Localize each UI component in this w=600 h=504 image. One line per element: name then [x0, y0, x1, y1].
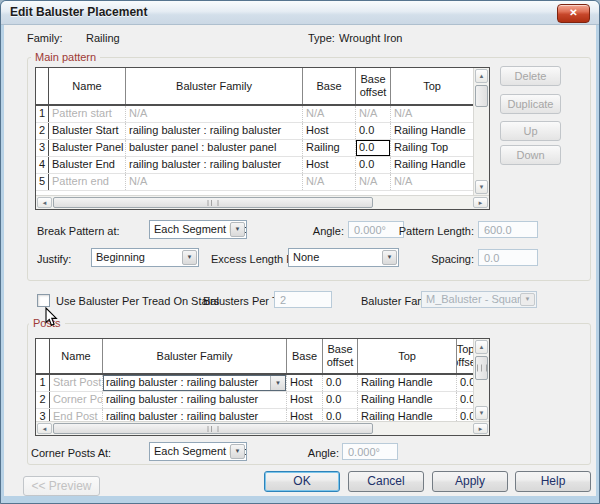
combo-value: railing baluster : railing baluster	[106, 376, 258, 388]
table-row[interactable]: 5 Pattern end N/A N/A N/A N/A	[36, 174, 489, 191]
justify-select[interactable]: Beginning ▼	[91, 248, 199, 267]
cell-base[interactable]: Host	[303, 157, 356, 173]
cell-base-offset[interactable]: 0.0	[356, 123, 391, 139]
table-row[interactable]: 1 Start Post railing baluster : railing …	[36, 375, 489, 392]
horizontal-scrollbar[interactable]: ◄ ►	[36, 195, 489, 209]
row-number[interactable]: 1	[36, 106, 49, 122]
cell-base[interactable]: Railing	[303, 140, 356, 156]
scroll-up-icon[interactable]: ▲	[475, 340, 488, 354]
main-pattern-table-header: Name Baluster Family Base Base offset To…	[36, 68, 489, 106]
horizontal-scrollbar[interactable]: ◄ ►	[36, 421, 489, 435]
ok-button[interactable]: OK	[264, 471, 340, 492]
cell-base[interactable]: N/A	[303, 174, 356, 190]
use-baluster-per-tread-checkbox[interactable]	[37, 294, 50, 307]
scroll-up-icon[interactable]: ▲	[475, 69, 488, 83]
cell-top[interactable]: N/A	[391, 106, 474, 122]
cell-base-offset[interactable]: N/A	[356, 106, 391, 122]
cell-name[interactable]: Baluster Start	[49, 123, 126, 139]
cell-baluster-family[interactable]: N/A	[126, 106, 303, 122]
chevron-down-icon[interactable]: ▼	[382, 250, 397, 265]
window-title: Edit Baluster Placement	[10, 5, 147, 19]
row-number[interactable]: 1	[36, 375, 50, 391]
duplicate-button[interactable]: Duplicate	[500, 94, 561, 114]
cell-top[interactable]: Railing Top	[391, 140, 474, 156]
row-number[interactable]: 4	[36, 157, 49, 173]
table-row[interactable]: 2 Baluster Start railing baluster : rail…	[36, 123, 489, 140]
scroll-down-icon[interactable]: ▼	[475, 406, 488, 420]
cell-baluster-family[interactable]: N/A	[126, 174, 303, 190]
cell-name[interactable]: Pattern end	[49, 174, 126, 190]
down-button[interactable]: Down	[500, 145, 561, 165]
chevron-down-icon[interactable]: ▼	[230, 222, 245, 237]
cell-top-offset[interactable]: 0.0	[457, 375, 474, 391]
chevron-down-icon[interactable]: ▼	[182, 250, 197, 265]
posts-table: Name Baluster Family Base Base offset To…	[35, 338, 490, 436]
column-header-base-offset: Base offset	[356, 68, 391, 104]
posts-angle-label: Angle:	[297, 447, 339, 459]
scroll-left-icon[interactable]: ◄	[37, 197, 52, 208]
justify-label: Justify:	[37, 253, 71, 265]
cell-name[interactable]: Baluster Panel	[49, 140, 126, 156]
table-row[interactable]: 3 Baluster Panel baluster panel : balust…	[36, 140, 489, 157]
scrollbar-thumb[interactable]	[53, 423, 373, 434]
delete-button[interactable]: Delete	[500, 66, 561, 86]
row-number[interactable]: 2	[36, 123, 49, 139]
scroll-down-icon[interactable]: ▼	[475, 180, 488, 194]
cell-name[interactable]: Pattern start	[49, 106, 126, 122]
scroll-right-icon[interactable]: ►	[473, 423, 488, 434]
column-header-top: Top	[391, 68, 474, 104]
cell-top[interactable]: N/A	[391, 174, 474, 190]
cell-name[interactable]: Start Post	[50, 375, 103, 391]
cell-base-offset[interactable]: 0.0	[356, 157, 391, 173]
scrollbar-thumb[interactable]	[53, 197, 373, 208]
family-value: Railing	[86, 32, 120, 44]
cell-base[interactable]: N/A	[303, 106, 356, 122]
row-number[interactable]: 3	[36, 140, 49, 156]
cell-base-offset[interactable]: 0.0	[323, 375, 358, 391]
corner-posts-at-select[interactable]: Each Segment End ▼	[149, 442, 247, 461]
break-pattern-select[interactable]: Each Segment End ▼	[149, 220, 247, 239]
table-row[interactable]: 2 Corner Post railing baluster : railing…	[36, 392, 489, 409]
vertical-scrollbar[interactable]: ▲ ▼	[473, 339, 489, 421]
cell-baluster-family[interactable]: railing baluster : railing baluster	[126, 123, 303, 139]
table-row[interactable]: 1 Pattern start N/A N/A N/A N/A	[36, 106, 489, 123]
row-number[interactable]: 5	[36, 174, 49, 190]
up-button[interactable]: Up	[500, 121, 561, 141]
column-header-name: Name	[49, 68, 126, 104]
scrollbar-thumb[interactable]	[475, 85, 488, 107]
apply-button[interactable]: Apply	[432, 471, 508, 492]
cell-base-offset[interactable]: 0.0	[323, 392, 358, 408]
column-header-base-offset: Base offset	[323, 339, 358, 373]
cell-name[interactable]: Corner Post	[50, 392, 103, 408]
scrollbar-thumb[interactable]	[475, 356, 488, 380]
cell-base-offset-selected[interactable]: 0.0	[356, 140, 391, 156]
scroll-left-icon[interactable]: ◄	[37, 423, 52, 434]
chevron-down-icon[interactable]: ▼	[230, 444, 245, 459]
preview-button[interactable]: << Preview	[23, 476, 100, 496]
cell-top[interactable]: Railing Handle	[391, 123, 474, 139]
cell-base-offset[interactable]: N/A	[356, 174, 391, 190]
vertical-scrollbar[interactable]: ▲ ▼	[473, 68, 489, 195]
cell-top-offset[interactable]: 0.0	[457, 392, 474, 408]
excess-length-fill-select[interactable]: None ▼	[288, 248, 399, 267]
chevron-down-icon[interactable]: ▼	[270, 376, 285, 390]
cell-top[interactable]: Railing Handle	[358, 375, 457, 391]
row-number[interactable]: 2	[36, 392, 50, 408]
cancel-button[interactable]: Cancel	[348, 471, 424, 492]
cell-baluster-family-combo[interactable]: railing baluster : railing baluster ▼	[103, 375, 287, 391]
close-button[interactable]: ✕	[557, 4, 590, 23]
cell-baluster-family[interactable]: railing baluster : railing baluster	[103, 392, 287, 408]
table-row[interactable]: 4 Baluster End railing baluster : railin…	[36, 157, 489, 174]
cell-base[interactable]: Host	[303, 123, 356, 139]
cell-base[interactable]: Host	[287, 375, 323, 391]
scroll-right-icon[interactable]: ►	[473, 197, 488, 208]
cell-top[interactable]: Railing Handle	[358, 392, 457, 408]
cell-baluster-family[interactable]: baluster panel : baluster panel	[126, 140, 303, 156]
excess-length-fill-value: None	[293, 251, 319, 263]
cell-top[interactable]: Railing Handle	[391, 157, 474, 173]
title-bar[interactable]: Edit Baluster Placement ✕	[1, 1, 599, 25]
cell-baluster-family[interactable]: railing baluster : railing baluster	[126, 157, 303, 173]
cell-name[interactable]: Baluster End	[49, 157, 126, 173]
cell-base[interactable]: Host	[287, 392, 323, 408]
help-button[interactable]: Help	[515, 471, 591, 492]
